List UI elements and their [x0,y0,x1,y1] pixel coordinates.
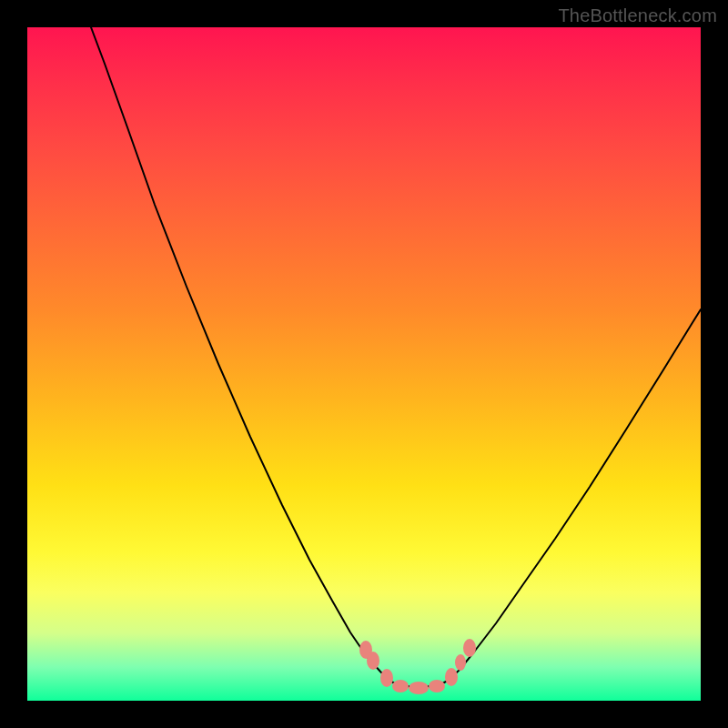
marker-point-8 [463,639,476,657]
watermark-text: TheBottleneck.com [558,5,717,26]
marker-point-6 [445,668,458,686]
series-left-branch [91,27,397,684]
marker-point-1 [367,652,379,670]
marker-point-2 [380,669,393,687]
marker-point-7 [455,654,466,671]
series-right-branch [440,309,701,684]
chart-frame: TheBottleneck.com [0,0,728,728]
marker-point-5 [429,680,445,693]
marker-group [359,639,476,694]
series-group [91,27,701,687]
marker-point-4 [409,682,429,694]
plot-area [27,27,701,701]
curve-svg [27,27,701,701]
marker-point-3 [392,680,409,693]
